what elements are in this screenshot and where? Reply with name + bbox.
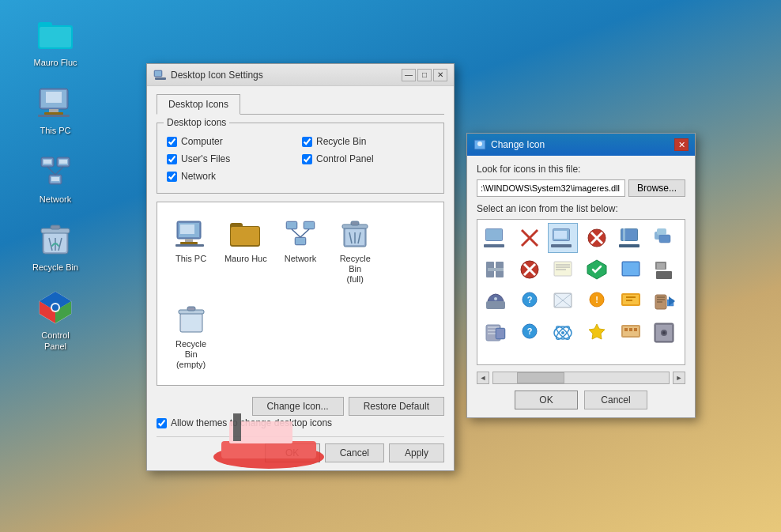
change-icon-close-button[interactable]: ✕ <box>674 138 689 151</box>
grid-icon-10[interactable] <box>582 255 612 285</box>
control-panel-label: ControlPanel <box>41 330 69 353</box>
checkbox-control-panel[interactable]: Control Panel <box>302 153 434 164</box>
grid-icon-21[interactable] <box>548 318 578 348</box>
preview-this-pc[interactable]: This PC <box>165 210 217 292</box>
grid-icon-13[interactable] <box>481 286 511 316</box>
control-panel-icon <box>36 289 74 326</box>
svg-rect-107 <box>657 299 665 300</box>
grid-icon-12[interactable] <box>649 255 679 285</box>
grid-icon-23[interactable] <box>616 318 646 348</box>
preview-mauro-huc-icon <box>229 217 262 251</box>
this-pc-label: This PC <box>40 125 70 136</box>
preview-mauro-huc[interactable]: Mauro Huc <box>220 210 271 292</box>
network-label: Network <box>40 194 71 205</box>
svg-rect-28 <box>155 77 166 80</box>
checkbox-network[interactable]: Network <box>167 171 299 182</box>
grid-icon-1[interactable] <box>481 223 511 253</box>
this-pc-icon <box>36 84 74 122</box>
dialog-controls: — □ ✕ <box>402 69 447 81</box>
svg-rect-111 <box>488 326 499 328</box>
scrollbar-thumb[interactable] <box>517 372 564 383</box>
file-input[interactable] <box>477 179 625 197</box>
svg-rect-124 <box>624 328 628 331</box>
desktop-icon-control-panel[interactable]: ControlPanel <box>24 289 87 353</box>
grid-icon-9[interactable] <box>548 255 578 285</box>
preview-this-pc-label: This PC <box>175 254 206 264</box>
scroll-right-arrow[interactable]: ► <box>673 372 685 384</box>
checkbox-computer[interactable]: Computer <box>167 136 299 147</box>
checkbox-recycle-bin[interactable]: Recycle Bin <box>302 136 434 147</box>
grid-icon-14[interactable]: ? <box>515 286 545 316</box>
preview-recycle-empty-icon <box>175 303 208 336</box>
preview-network-label: Network <box>285 254 316 264</box>
grid-icon-16[interactable]: ! <box>582 286 612 316</box>
svg-rect-58 <box>486 229 502 240</box>
dialog-titlebar: Desktop Icon Settings — □ ✕ <box>147 64 454 86</box>
preview-recycle-full[interactable]: Recycle Bin(full) <box>330 210 381 292</box>
apply-button[interactable]: Apply <box>389 443 444 462</box>
grid-icon-17[interactable] <box>616 286 646 316</box>
svg-point-92 <box>494 297 497 300</box>
svg-point-56 <box>477 141 482 146</box>
grid-icon-3[interactable] <box>548 223 578 253</box>
checkbox-recycle-bin-input[interactable] <box>302 137 312 147</box>
cancel-button[interactable]: Cancel <box>325 443 384 462</box>
change-icon-action-buttons: OK Cancel <box>477 391 685 409</box>
desktop-icon-this-pc[interactable]: This PC <box>24 84 87 136</box>
desktop-icon-network[interactable]: Network <box>24 153 87 205</box>
grid-icon-11[interactable] <box>616 255 646 285</box>
tab-desktop-icons[interactable]: Desktop Icons <box>157 94 240 115</box>
svg-rect-82 <box>554 262 572 276</box>
svg-rect-90 <box>656 271 672 279</box>
svg-rect-59 <box>484 244 504 247</box>
preview-recycle-empty[interactable]: Recycle Bin(empty) <box>165 296 217 378</box>
grid-icon-18[interactable] <box>649 286 679 316</box>
checkbox-computer-input[interactable] <box>167 137 177 147</box>
scrollbar-track[interactable] <box>492 372 670 384</box>
list-label: Select an icon from the list below: <box>477 203 685 214</box>
grid-icon-22[interactable] <box>582 318 612 348</box>
change-icon-cancel-button[interactable]: Cancel <box>584 391 647 409</box>
scroll-left-arrow[interactable]: ◄ <box>477 372 489 384</box>
svg-rect-126 <box>634 328 637 331</box>
restore-default-button[interactable]: Restore Default <box>349 397 444 416</box>
svg-point-25 <box>52 304 58 311</box>
svg-rect-5 <box>46 92 62 103</box>
grid-icon-24[interactable] <box>649 318 679 348</box>
svg-rect-27 <box>155 71 161 76</box>
grid-icon-6[interactable] <box>649 223 679 253</box>
grid-icon-4[interactable] <box>582 223 612 253</box>
grid-icon-7[interactable] <box>481 255 511 285</box>
desktop-icon-mauro-fluc[interactable]: Mauro Fluc <box>24 16 87 68</box>
group-box-label: Desktop icons <box>164 117 229 128</box>
checkbox-control-panel-input[interactable] <box>302 154 312 164</box>
checkbox-network-input[interactable] <box>167 172 177 182</box>
svg-rect-43 <box>296 238 305 244</box>
grid-icon-2[interactable] <box>515 223 545 253</box>
allow-themes-input[interactable] <box>157 418 167 428</box>
svg-rect-33 <box>180 242 198 244</box>
svg-rect-75 <box>657 228 666 235</box>
maximize-button[interactable]: □ <box>417 69 432 81</box>
grid-icon-8[interactable] <box>515 255 545 285</box>
svg-line-44 <box>292 229 300 237</box>
minimize-button[interactable]: — <box>402 69 416 81</box>
svg-rect-11 <box>43 160 51 164</box>
svg-point-130 <box>662 331 666 334</box>
checkbox-users-files-input[interactable] <box>167 154 177 164</box>
grid-icon-19[interactable] <box>481 318 511 348</box>
preview-recycle-full-icon <box>338 217 372 251</box>
svg-rect-104 <box>626 300 632 301</box>
svg-line-45 <box>300 229 309 237</box>
checkbox-users-files[interactable]: User's Files <box>167 153 299 164</box>
grid-icon-5[interactable] <box>616 223 646 253</box>
file-row: Browse... <box>477 179 685 197</box>
desktop-icon-recycle-bin[interactable]: Recycle Bin <box>24 221 87 273</box>
svg-rect-103 <box>626 296 636 298</box>
browse-button[interactable]: Browse... <box>628 179 685 197</box>
preview-network[interactable]: Network <box>274 210 326 292</box>
close-button[interactable]: ✕ <box>433 69 447 81</box>
change-icon-ok-button[interactable]: OK <box>515 391 578 409</box>
grid-icon-20[interactable]: ? <box>515 318 545 348</box>
grid-icon-15[interactable] <box>548 286 578 316</box>
